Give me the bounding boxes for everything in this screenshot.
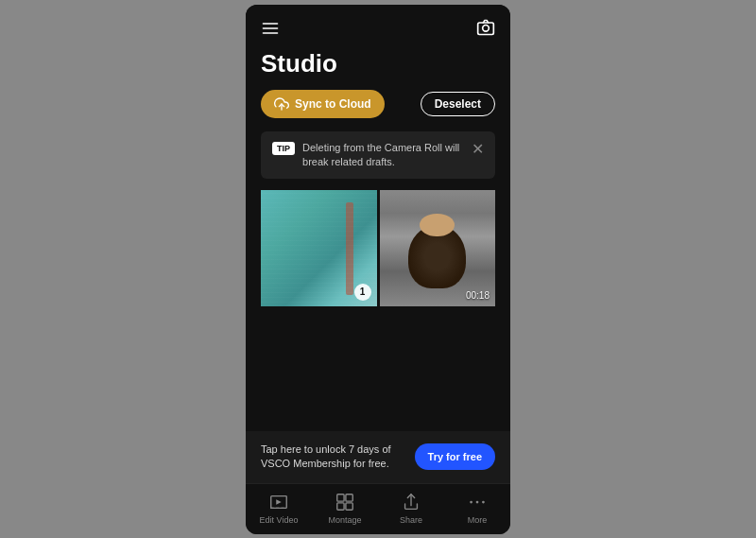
nav-item-montage[interactable]: Montage xyxy=(312,492,378,525)
membership-text: Tap here to unlock 7 days of VSCO Member… xyxy=(261,443,407,472)
sync-cloud-icon xyxy=(274,96,289,112)
edit-video-icon xyxy=(268,492,289,512)
media-grid: 1 00:18 xyxy=(261,190,495,306)
svg-rect-10 xyxy=(337,494,344,500)
tip-banner: TIP Deleting from the Camera Roll will b… xyxy=(261,131,495,180)
tip-badge: TIP xyxy=(272,142,295,155)
share-icon xyxy=(401,492,421,512)
top-bar xyxy=(246,5,510,49)
sync-to-cloud-button[interactable]: Sync to Cloud xyxy=(261,90,385,118)
nav-label-share: Share xyxy=(400,515,422,525)
sync-button-label: Sync to Cloud xyxy=(295,97,371,111)
nav-item-share[interactable]: Share xyxy=(378,492,444,525)
svg-point-15 xyxy=(476,500,479,503)
nav-label-more: More xyxy=(468,515,488,525)
duration-badge: 00:18 xyxy=(466,290,490,301)
tip-close-button[interactable]: ✕ xyxy=(472,140,484,158)
svg-point-14 xyxy=(470,500,472,503)
svg-point-16 xyxy=(482,500,485,503)
camera-icon[interactable] xyxy=(476,18,495,42)
membership-banner: Tap here to unlock 7 days of VSCO Member… xyxy=(246,431,510,483)
tip-text: Deleting from the Camera Roll will break… xyxy=(302,141,464,170)
nav-item-more[interactable]: More xyxy=(444,492,510,525)
menu-icon[interactable] xyxy=(261,19,280,41)
page-title: Studio xyxy=(261,49,495,78)
nav-label-edit-video: Edit Video xyxy=(260,515,299,525)
selection-badge-1: 1 xyxy=(354,284,371,301)
media-item-1[interactable]: 1 xyxy=(261,190,377,306)
deselect-button[interactable]: Deselect xyxy=(421,92,495,116)
nav-label-montage: Montage xyxy=(328,515,361,525)
montage-icon xyxy=(335,492,355,512)
svg-rect-11 xyxy=(346,494,352,500)
bottom-nav: Edit Video Montage Share xyxy=(246,483,510,534)
svg-rect-12 xyxy=(337,502,344,509)
nav-item-edit-video[interactable]: Edit Video xyxy=(246,492,312,525)
media-item-2[interactable]: 00:18 xyxy=(380,190,496,306)
more-icon xyxy=(467,492,488,512)
empty-area xyxy=(261,306,495,344)
phone-container: Studio Sync to Cloud Deselect TIP Deleti… xyxy=(246,5,510,534)
svg-point-4 xyxy=(483,25,490,31)
try-for-free-button[interactable]: Try for free xyxy=(415,443,495,470)
action-row: Sync to Cloud Deselect xyxy=(261,90,495,118)
main-content: Studio Sync to Cloud Deselect TIP Deleti… xyxy=(246,49,510,431)
media-thumb-cat xyxy=(380,190,496,306)
svg-rect-13 xyxy=(346,502,352,509)
